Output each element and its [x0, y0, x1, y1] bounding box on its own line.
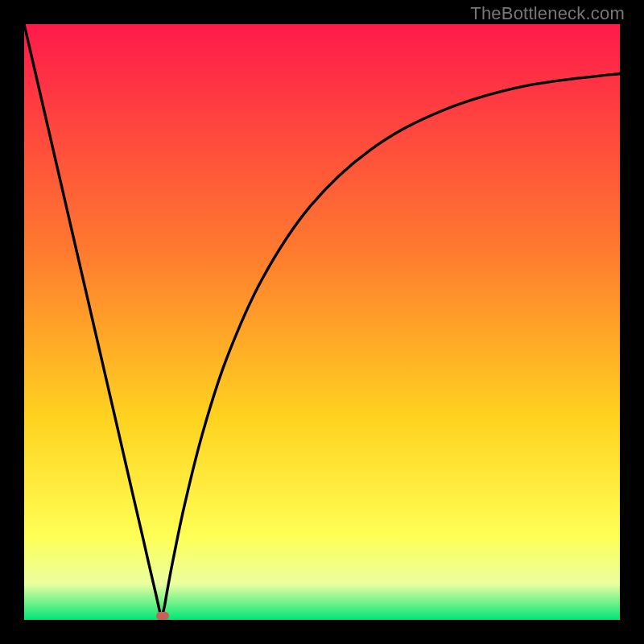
plot-area: [24, 24, 620, 620]
bottleneck-curve: [24, 24, 620, 620]
minimum-marker: [156, 612, 169, 620]
chart-frame: TheBottleneck.com: [0, 0, 644, 644]
watermark-text: TheBottleneck.com: [470, 3, 625, 24]
